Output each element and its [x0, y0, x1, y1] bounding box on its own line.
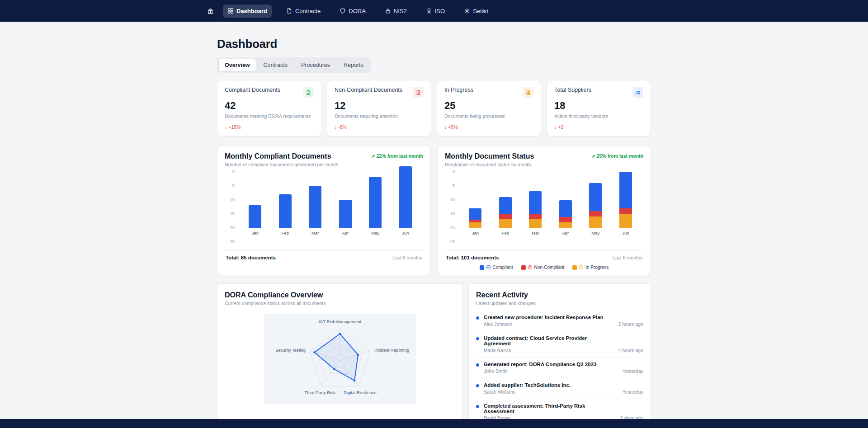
segment-in-progress[interactable] — [469, 222, 481, 228]
y-axis-tick: 0 — [225, 169, 235, 174]
charts-row: Monthly Compliant Documents Number of co… — [217, 146, 651, 276]
segment-compliant[interactable] — [559, 200, 572, 217]
shield-icon — [340, 8, 346, 14]
segment-in-progress[interactable] — [559, 222, 572, 228]
stat-change: ↓ +2 — [554, 124, 643, 130]
segment-compliant[interactable] — [469, 208, 481, 220]
chart-legend: CompliantNon-CompliantIn Progress — [445, 265, 643, 270]
stat-value: 42 — [225, 100, 314, 112]
monthly-status-chart-card: Monthly Document Status Breakdown of doc… — [437, 146, 651, 276]
nav-item-nis2[interactable]: NIS2 — [380, 5, 411, 18]
tab-contracts[interactable]: Contracts — [257, 59, 294, 71]
bullet-dot-icon — [476, 405, 479, 408]
nav-item-dashboard[interactable]: Dashboard — [223, 5, 272, 18]
x-axis-label: Feb — [275, 230, 295, 235]
trend-down-icon: ↓ — [335, 124, 337, 130]
x-axis-label: Jan — [465, 230, 485, 235]
segment-in-progress[interactable] — [619, 214, 632, 228]
segment-non-compliant[interactable] — [559, 217, 572, 222]
chart-subtitle: Number of compliant documents generated … — [225, 162, 339, 167]
bar-jun[interactable] — [399, 166, 412, 228]
segment-compliant[interactable] — [499, 197, 512, 214]
svg-text:Security Testing: Security Testing — [275, 348, 306, 353]
gridline — [459, 200, 642, 200]
activity-item: Generated report: DORA Compliance Q2 202… — [476, 357, 643, 378]
stacked-bar-chart: 0510152025JanFebMarAprMayJun — [445, 172, 643, 248]
main-content: Dashboard Overview Contracts Procedures … — [217, 22, 651, 428]
gridline — [459, 242, 642, 242]
gear-icon — [464, 8, 470, 14]
segment-compliant[interactable] — [529, 191, 542, 214]
y-axis-tick: 5 — [445, 183, 455, 188]
panel-title: DORA Compliance Overview — [225, 291, 455, 299]
segment-in-progress[interactable] — [499, 219, 512, 228]
bar-feb[interactable] — [279, 194, 292, 228]
segment-non-compliant[interactable] — [529, 214, 542, 219]
bar-jan[interactable] — [249, 205, 261, 228]
stat-title: Compliant Documents — [225, 87, 283, 93]
x-axis-label: Jun — [396, 230, 415, 235]
segment-in-progress[interactable] — [529, 219, 542, 228]
trend-down-icon: ↓ — [444, 124, 447, 130]
chart-range: Last 6 months — [392, 255, 422, 260]
legend-item-in-progress[interactable]: In Progress — [572, 265, 609, 270]
legend-label: Compliant — [493, 265, 513, 270]
segment-compliant[interactable] — [619, 172, 632, 208]
bar-may[interactable] — [369, 177, 382, 228]
x-circle-icon — [528, 265, 533, 270]
tab-overview[interactable]: Overview — [218, 59, 256, 71]
segment-in-progress[interactable] — [589, 216, 602, 228]
bullet-dot-icon — [476, 337, 479, 340]
logo-icon[interactable] — [207, 8, 214, 14]
nav-item-iso[interactable]: ISO — [421, 5, 449, 18]
legend-item-non-compliant[interactable]: Non-Compliant — [521, 265, 565, 270]
nav-item-dora[interactable]: DORA — [335, 5, 370, 18]
stat-title: Non-Compliant Documents — [335, 87, 405, 93]
gridline — [239, 186, 421, 186]
activity-timestamp: Yesterday — [623, 389, 643, 395]
activity-user: Sarah Williams — [484, 389, 618, 395]
segment-compliant[interactable] — [589, 183, 602, 211]
top-navigation-bar: Dashboard Contracte DORA NIS2 — [0, 0, 868, 22]
y-axis-tick: 20 — [445, 225, 455, 230]
stat-card-total-suppliers: Total Suppliers 18 Active third-party ve… — [547, 80, 651, 136]
stat-description: Documents being processed — [444, 113, 533, 119]
tab-bar: Overview Contracts Procedures Reports — [217, 57, 371, 73]
x-axis-label: May — [585, 230, 605, 235]
gridline — [239, 200, 421, 200]
bullet-dot-icon — [476, 363, 479, 367]
legend-swatch — [521, 265, 526, 270]
tab-procedures[interactable]: Procedures — [295, 59, 336, 71]
bar-apr[interactable] — [339, 200, 352, 228]
grid-icon — [227, 8, 234, 14]
segment-non-compliant[interactable] — [469, 220, 481, 222]
y-axis-tick: 20 — [225, 225, 235, 230]
trend-up-icon: ↗ — [591, 153, 595, 159]
footer-bar — [0, 419, 868, 428]
nav-item-contracte[interactable]: Contracte — [282, 5, 325, 18]
award-icon — [426, 8, 432, 14]
tab-reports[interactable]: Reports — [337, 59, 370, 71]
stat-title: In Progress — [444, 87, 476, 93]
radar-chart: ICT Risk ManagementIncident ReportingDig… — [264, 314, 416, 404]
stat-title: Total Suppliers — [554, 87, 594, 93]
segment-non-compliant[interactable] — [589, 211, 602, 216]
nav-item-label: ISO — [435, 8, 445, 14]
document-icon — [286, 8, 292, 14]
y-axis-tick: 15 — [445, 211, 455, 216]
bottom-row: DORA Compliance Overview Current complia… — [217, 283, 651, 428]
segment-non-compliant[interactable] — [619, 208, 632, 214]
chart-title: Monthly Compliant Documents — [225, 152, 339, 160]
stat-change: ↓ +5% — [444, 124, 533, 130]
bar-mar[interactable] — [309, 186, 321, 228]
check-circle-icon — [486, 265, 491, 270]
activity-title: Completed assessment: Third-Party Risk A… — [484, 403, 616, 414]
chart-subtitle: Breakdown of document status by month — [445, 162, 534, 167]
nav-item-label: Contracte — [295, 8, 321, 14]
stat-description: Documents meeting DORA requirements — [225, 113, 314, 119]
activity-title: Generated report: DORA Compliance Q2 202… — [484, 362, 618, 367]
legend-item-compliant[interactable]: Compliant — [480, 265, 513, 270]
segment-non-compliant[interactable] — [499, 214, 512, 219]
nav-item-setari[interactable]: Setări — [459, 5, 493, 18]
y-axis-tick: 5 — [225, 183, 235, 188]
